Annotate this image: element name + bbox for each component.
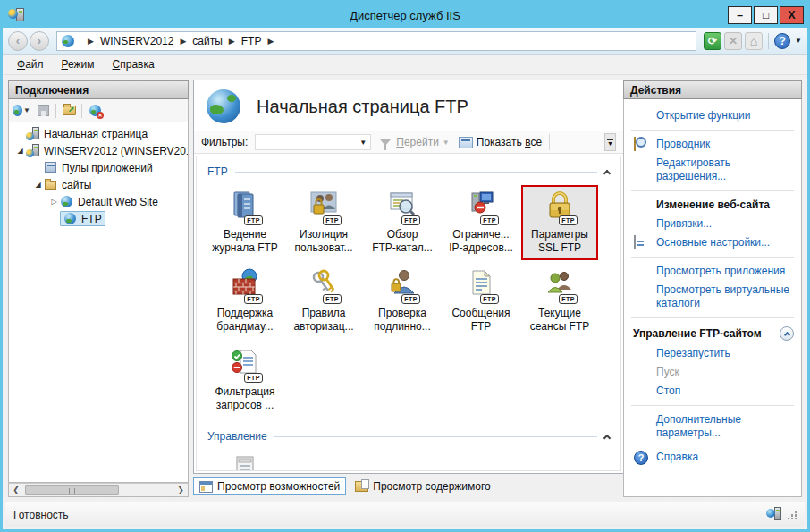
feature-current-sessions[interactable]: FTP Текущиесеансы FTP [521, 264, 598, 339]
ftp-badge: FTP [480, 215, 499, 225]
toolbar-overflow-button[interactable]: ▼ [604, 133, 616, 151]
explore-link[interactable]: Проводник [656, 138, 710, 150]
status-text: Готовность [13, 509, 69, 521]
bindings-link[interactable]: Привязки... [656, 217, 712, 230]
tile-label: Правилаавторизац... [293, 307, 353, 334]
feature-authentication[interactable]: FTP Проверкаподлинно... [364, 264, 441, 339]
filter-combobox[interactable]: ▼ [255, 134, 371, 150]
chevron-right-icon: ▶ [229, 37, 235, 46]
address-bar: ‹ › ▶ WINSERV2012 ▶ сайты ▶ FTP ▶ ⟳ ✕ ⌂ … [3, 28, 807, 55]
collapse-chevron-icon[interactable] [603, 169, 611, 176]
server-icon [26, 144, 40, 157]
up-level-icon[interactable] [60, 103, 78, 119]
ftp-badge: FTP [559, 215, 578, 225]
stop-link[interactable]: Стоп [656, 384, 680, 397]
actions-header: Действия [623, 80, 802, 99]
edit-permissions-link[interactable]: Редактировать разрешения... [656, 156, 730, 182]
tree-item-default-web-site[interactable]: ▷ Default Web Site [9, 193, 188, 210]
breadcrumb-ftp[interactable]: FTP [241, 35, 262, 47]
ftp-home-globe-icon [207, 89, 240, 123]
view-virtual-directories-link[interactable]: Просмотреть виртуальные каталоги [656, 283, 789, 309]
collapse-section-button[interactable] [780, 326, 794, 341]
iis-manager-window: Диспетчер служб IIS – □ X ‹ › ▶ WINSERV2… [0, 0, 810, 532]
feature-card: Начальная страница FTP Фильтры: ▼ Перейт… [193, 80, 624, 474]
app-pools-icon [44, 161, 58, 174]
open-feature-link[interactable]: Открытие функции [656, 109, 750, 122]
show-all-icon [459, 137, 473, 148]
restart-link[interactable]: Перезапустить [656, 347, 730, 359]
divider [274, 436, 597, 437]
tile-label: ОбзорFTP-катал... [372, 228, 433, 255]
divider [55, 104, 56, 118]
go-dropdown-caret[interactable]: ▼ [443, 139, 450, 147]
feature-authorization-rules[interactable]: FTP Правилаавторизац... [285, 264, 362, 339]
scroll-right-arrow[interactable]: ❯ [173, 486, 188, 494]
show-all-button[interactable]: Показать все [477, 136, 542, 148]
tree-item-server[interactable]: ◢ WINSERV2012 (WINSERV2012\ [9, 142, 188, 159]
advanced-settings-link[interactable]: Дополнительные параметры... [656, 413, 741, 439]
content-view-icon [355, 481, 368, 492]
filters-label: Фильтры: [201, 136, 248, 148]
features-view-icon [199, 481, 213, 493]
tile-label: Фильтрациязапросов ... [215, 385, 274, 412]
menu-file[interactable]: Файл [8, 56, 53, 72]
breadcrumb-server[interactable]: WINSERV2012 [100, 35, 173, 47]
expanded-triangle-icon[interactable]: ◢ [32, 181, 44, 189]
window-title: Диспетчер служб IIS [3, 9, 807, 22]
ftp-badge: FTP [244, 294, 263, 304]
back-button[interactable]: ‹ [8, 31, 28, 51]
close-button[interactable]: X [780, 6, 804, 24]
feature-ip-restrictions[interactable]: FTP Ограниче...IP-адресов... [443, 185, 519, 260]
tab-features-view[interactable]: Просмотр возможностей [193, 477, 346, 495]
tree-item-start-page[interactable]: Начальная страница [9, 125, 188, 142]
view-applications-link[interactable]: Просмотреть приложения [656, 265, 785, 277]
refresh-button[interactable]: ⟳ [704, 32, 721, 50]
feature-ftp-ssl-settings[interactable]: FTP ПараметрыSSL FTP [521, 185, 598, 260]
menu-help[interactable]: Справка [104, 56, 164, 72]
menu-view[interactable]: Режим [53, 56, 104, 72]
forward-button[interactable]: › [30, 31, 49, 51]
create-connection-icon[interactable]: ▼ [13, 103, 30, 119]
ftp-badge: FTP [559, 294, 578, 304]
ftp-badge: FTP [323, 215, 342, 225]
feature-user-isolation[interactable]: FTP Изоляцияпользоват... [285, 185, 362, 260]
server-status-icon [766, 507, 782, 522]
tile-label: Поддержкабрандмау... [216, 307, 273, 334]
stop-button[interactable]: ✕ [724, 32, 742, 50]
tile-label: СообщенияFTP [451, 307, 510, 334]
collapse-chevron-icon[interactable] [603, 434, 611, 441]
home-button[interactable]: ⌂ [745, 32, 763, 50]
maximize-button[interactable]: □ [754, 6, 778, 24]
feature-directory-browsing[interactable]: FTP ОбзорFTP-катал... [364, 185, 441, 260]
feature-config-editor[interactable]: Редакторконфигур... [207, 450, 283, 471]
minimize-button[interactable]: – [728, 6, 752, 24]
basic-settings-icon [634, 236, 649, 249]
help-link[interactable]: Справка [656, 451, 698, 463]
view-tabs: Просмотр возможностей Просмотр содержимо… [193, 476, 496, 497]
scroll-left-arrow[interactable]: ❮ [9, 486, 23, 494]
breadcrumb-sites[interactable]: сайты [192, 35, 223, 47]
ftp-tiles: FTP Ведениежурнала FTP FTP Из [206, 180, 612, 421]
feature-ftp-logging[interactable]: FTP Ведениежурнала FTP [207, 185, 283, 260]
scrollbar-thumb[interactable] [25, 485, 119, 495]
breadcrumb[interactable]: ▶ WINSERV2012 ▶ сайты ▶ FTP ▶ [56, 31, 696, 51]
go-button[interactable]: Перейти [396, 136, 439, 148]
divider [549, 134, 550, 150]
collapsed-triangle-icon[interactable]: ▷ [48, 198, 60, 206]
tab-content-view[interactable]: Просмотр содержимого [350, 478, 495, 494]
management-tiles: Редакторконфигур... [206, 444, 612, 471]
help-icon[interactable]: ? [774, 33, 790, 49]
feature-firewall-support[interactable]: FTP Поддержкабрандмау... [207, 264, 283, 339]
basic-settings-link[interactable]: Основные настройки... [656, 236, 770, 249]
tree-item-sites[interactable]: ◢ сайты [9, 176, 188, 193]
divider [235, 172, 597, 173]
help-dropdown-caret[interactable]: ▼ [795, 37, 802, 45]
tree-item-app-pools[interactable]: Пулы приложений [9, 159, 188, 176]
feature-ftp-messages[interactable]: FTP СообщенияFTP [443, 264, 519, 339]
feature-request-filtering[interactable]: FTP Фильтрациязапросов ... [207, 342, 283, 418]
horizontal-scrollbar[interactable]: ❮ ❯ [8, 483, 189, 497]
disconnect-icon[interactable]: ✕ [86, 103, 104, 119]
tree-item-ftp[interactable]: FTP [9, 210, 188, 227]
resize-grip[interactable] [788, 511, 797, 519]
expanded-triangle-icon[interactable]: ◢ [14, 147, 26, 155]
